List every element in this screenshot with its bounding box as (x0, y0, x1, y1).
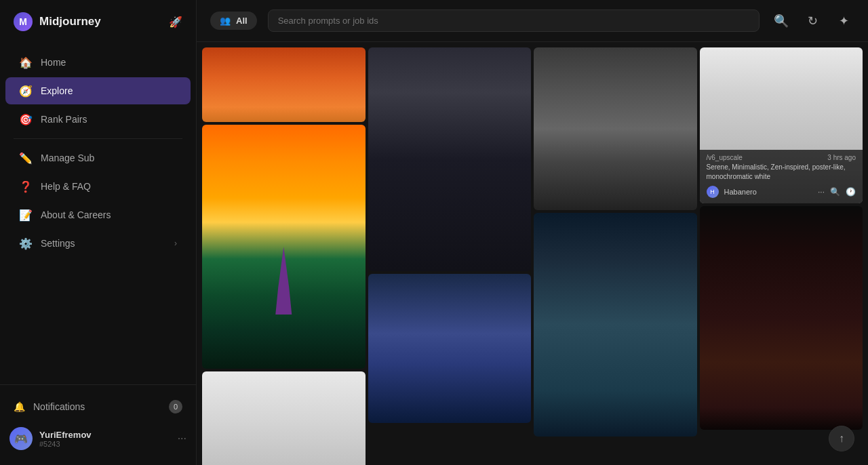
user-row[interactable]: 🎮 YuriEfremov #5243 ··· (0, 420, 196, 457)
nav-divider-1 (14, 138, 182, 139)
gallery: /v6_upscale 3 hrs ago Serene, Minimalist… (197, 42, 868, 465)
settings-chevron-icon: › (174, 239, 177, 248)
notifications-badge: 0 (169, 400, 182, 413)
sidebar: M Midjourney 🚀 🏠 Home 🧭 Explore 🎯 Rank P… (0, 0, 197, 465)
item-time: 3 hrs ago (827, 154, 856, 161)
refresh-button[interactable]: ↻ (802, 10, 823, 32)
gallery-item-white-statue[interactable] (202, 371, 366, 465)
sidebar-item-help-faq[interactable]: ❓ Help & FAQ (5, 173, 191, 200)
all-filter-icon: 👥 (220, 16, 231, 26)
user-menu-dots[interactable]: ··· (178, 432, 186, 445)
bell-icon: 🔔 (14, 401, 25, 412)
item-command: /v6_upscale (707, 154, 743, 161)
item-search-button[interactable]: 🔍 (830, 187, 840, 197)
gallery-item-floating-island[interactable]: /v6_upscale 3 hrs ago Serene, Minimalist… (700, 47, 863, 203)
all-filter-button[interactable]: 👥 All (210, 12, 257, 30)
about-careers-icon: 📝 (19, 208, 33, 222)
header-icons: 🔍 ↻ ✦ (770, 10, 854, 32)
nav-section: 🏠 Home 🧭 Explore 🎯 Rank Pairs ✏️ Manage … (0, 43, 196, 384)
notifications-label: Notifications (33, 401, 85, 412)
gallery-item-robed-figure[interactable] (368, 47, 532, 271)
app-name: Midjourney (39, 15, 101, 28)
sidebar-item-manage-sub-label: Manage Sub (41, 153, 94, 163)
sidebar-item-manage-sub[interactable]: ✏️ Manage Sub (5, 144, 191, 171)
item-footer: H Habanero ··· 🔍 🕐 (707, 186, 856, 198)
gallery-grid: /v6_upscale 3 hrs ago Serene, Minimalist… (199, 45, 865, 465)
gallery-item-top-partial[interactable] (202, 47, 366, 122)
sidebar-item-help-faq-label: Help & FAQ (41, 181, 91, 192)
sidebar-item-home[interactable]: 🏠 Home (5, 49, 191, 76)
search-button[interactable]: 🔍 (770, 10, 792, 32)
sidebar-item-explore[interactable]: 🧭 Explore (5, 77, 191, 104)
avatar: 🎮 (9, 427, 33, 450)
explore-icon: 🧭 (19, 84, 33, 98)
scroll-to-top-button[interactable]: ↑ (829, 426, 854, 451)
help-faq-icon: ❓ (19, 180, 33, 193)
item-heart-button[interactable]: 🕐 (846, 187, 856, 197)
sparkle-button[interactable]: ✦ (833, 10, 854, 32)
main-content: 👥 All 🔍 ↻ ✦ (197, 0, 868, 465)
sidebar-item-settings[interactable]: ⚙️ Settings › (5, 230, 191, 257)
all-filter-label: All (236, 16, 248, 26)
item-info-overlay: /v6_upscale 3 hrs ago Serene, Minimalist… (700, 150, 863, 203)
sidebar-bottom: 🔔 Notifications 0 🎮 YuriEfremov #5243 ··… (0, 384, 196, 465)
settings-icon: ⚙️ (19, 237, 33, 250)
user-id: #5243 (39, 440, 171, 448)
gallery-item-desert-castle[interactable] (202, 125, 366, 369)
logo-icon: M (14, 12, 33, 31)
rank-pairs-icon: 🎯 (19, 113, 33, 126)
sidebar-item-settings-label: Settings (41, 238, 75, 249)
sidebar-item-home-label: Home (41, 57, 66, 68)
item-dots-button[interactable]: ··· (818, 187, 825, 197)
home-icon: 🏠 (19, 56, 33, 69)
user-name: YuriEfremov (39, 430, 171, 440)
manage-sub-icon: ✏️ (19, 151, 33, 165)
item-actions: ··· 🔍 🕐 (818, 187, 856, 197)
search-input[interactable] (268, 9, 760, 32)
gallery-item-triangle[interactable] (700, 206, 863, 430)
sidebar-item-about-careers-label: About & Careers (41, 209, 111, 220)
item-username: Habanero (724, 188, 812, 196)
sidebar-item-rank-pairs[interactable]: 🎯 Rank Pairs (5, 106, 191, 133)
notifications-item[interactable]: 🔔 Notifications 0 (0, 393, 196, 420)
user-info: YuriEfremov #5243 (39, 430, 171, 448)
gallery-item-astronaut[interactable] (368, 274, 532, 423)
gallery-item-robot-woman[interactable] (534, 213, 697, 437)
gallery-item-stone-face[interactable] (534, 47, 697, 210)
sidebar-item-about-careers[interactable]: 📝 About & Careers (5, 201, 191, 228)
item-user-avatar: H (707, 186, 719, 198)
logo-area[interactable]: M Midjourney 🚀 (0, 0, 196, 43)
sidebar-item-explore-label: Explore (41, 85, 73, 96)
item-description: Serene, Minimalistic, Zen-inspired, post… (707, 163, 856, 182)
rocket-icon: 🚀 (169, 16, 182, 28)
sidebar-item-rank-pairs-label: Rank Pairs (41, 114, 87, 125)
header: 👥 All 🔍 ↻ ✦ (197, 0, 868, 42)
